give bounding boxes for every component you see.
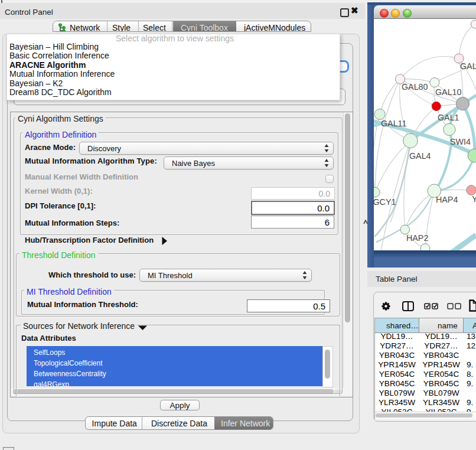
svg-text:HAP2: HAP2: [406, 233, 428, 243]
svg-text:GAL1: GAL1: [438, 113, 459, 122]
svg-text:GAL80: GAL80: [402, 82, 428, 92]
svg-text:SWI4: SWI4: [450, 137, 471, 146]
svg-text:GCY1: GCY1: [374, 197, 396, 207]
svg-text:GAL2: GAL2: [460, 61, 476, 71]
svg-text:GAL4: GAL4: [409, 151, 431, 161]
svg-text:HAP4: HAP4: [436, 195, 458, 204]
svg-text:GAL11: GAL11: [381, 119, 406, 128]
svg-text:YB: YB: [472, 194, 476, 204]
svg-text:GAL10: GAL10: [435, 87, 462, 97]
